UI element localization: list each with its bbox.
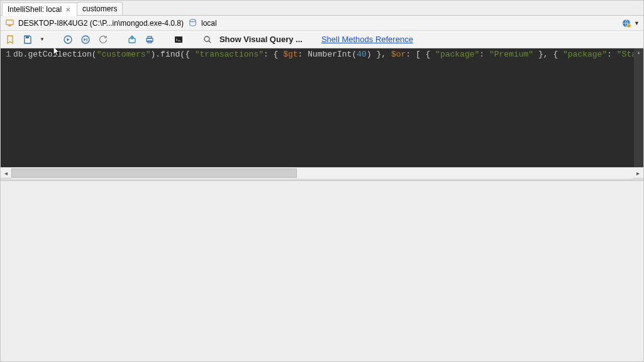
svg-rect-10 xyxy=(148,36,152,38)
path-right: ▼ xyxy=(621,18,640,28)
print-icon[interactable] xyxy=(144,34,155,45)
svg-point-13 xyxy=(204,36,209,41)
export-icon[interactable] xyxy=(126,34,138,45)
scroll-right-arrow-icon[interactable]: ▸ xyxy=(633,168,643,178)
results-pane xyxy=(1,180,643,361)
scroll-left-arrow-icon[interactable]: ◂ xyxy=(1,168,11,178)
bookmark-icon[interactable] xyxy=(4,34,16,45)
scroll-track[interactable] xyxy=(11,168,633,178)
connection-path-bar: DESKTOP-I8K4UG2 (C:\P...in\mongod.exe-4.… xyxy=(1,16,643,31)
database-label: local xyxy=(201,19,217,28)
horizontal-scrollbar[interactable]: ◂ ▸ xyxy=(1,167,643,178)
path-left: DESKTOP-I8K4UG2 (C:\P...in\mongod.exe-4.… xyxy=(4,18,217,28)
refresh-icon[interactable] xyxy=(97,34,109,45)
close-icon[interactable]: ✕ xyxy=(64,6,72,13)
search-icon[interactable] xyxy=(202,34,213,45)
line-number: 1 xyxy=(1,49,11,60)
svg-point-2 xyxy=(189,19,195,22)
line-gutter: 1 xyxy=(1,48,13,167)
host-icon xyxy=(4,18,14,28)
svg-rect-12 xyxy=(175,36,182,43)
tab-label: IntelliShell: local xyxy=(8,5,62,14)
code-line[interactable]: db.getCollection("customers").find({ "tr… xyxy=(13,48,643,167)
scroll-up-arrow-icon[interactable]: ▴ xyxy=(634,48,643,57)
svg-rect-5 xyxy=(26,36,29,38)
shell-methods-reference-link[interactable]: Shell Methods Reference xyxy=(321,35,413,44)
scroll-thumb[interactable] xyxy=(11,168,297,178)
tab-bar: IntelliShell: local ✕ customers xyxy=(1,1,643,16)
save-icon[interactable] xyxy=(22,34,33,45)
svg-rect-0 xyxy=(6,20,13,25)
globe-status-icon[interactable] xyxy=(621,18,631,28)
vertical-scrollbar[interactable]: ▴ xyxy=(634,48,643,167)
tab-label: customers xyxy=(82,4,117,13)
code-editor[interactable]: 1 db.getCollection("customers").find({ "… xyxy=(1,48,643,178)
run-step-icon[interactable] xyxy=(80,34,91,45)
console-icon[interactable] xyxy=(173,34,184,45)
host-label: DESKTOP-I8K4UG2 (C:\P...in\mongod.exe-4.… xyxy=(18,19,184,28)
svg-rect-1 xyxy=(8,25,11,26)
editor-body[interactable]: 1 db.getCollection("customers").find({ "… xyxy=(1,48,643,167)
save-dropdown-icon[interactable]: ▼ xyxy=(40,36,45,42)
editor-toolbar: ▼ Show Visual Query ... Shell Methods Re… xyxy=(1,31,643,48)
tab-intellishell-local[interactable]: IntelliShell: local ✕ xyxy=(2,3,77,16)
database-icon xyxy=(187,18,197,28)
show-visual-query-button[interactable]: Show Visual Query ... xyxy=(219,35,303,44)
tab-customers[interactable]: customers xyxy=(77,2,123,15)
run-icon[interactable] xyxy=(62,34,74,45)
app-window: IntelliShell: local ✕ customers DESKTOP-… xyxy=(0,0,644,362)
chevron-down-icon[interactable]: ▼ xyxy=(634,20,640,26)
